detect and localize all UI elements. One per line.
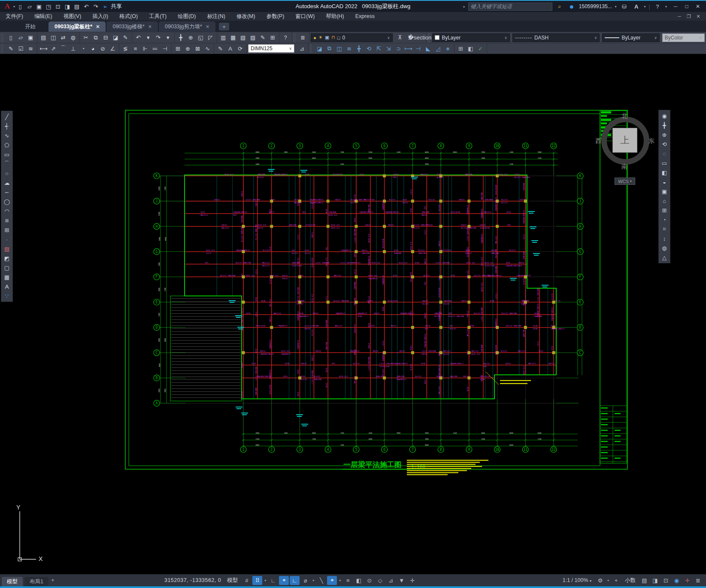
copy-icon[interactable]: ⧉	[91, 33, 101, 42]
dim-linear-icon[interactable]: ⟷	[39, 44, 48, 53]
linetype-combo[interactable]: --------DASH∨	[512, 33, 600, 42]
transparency-icon[interactable]: ◧	[354, 576, 364, 585]
annotation-scale-button[interactable]: 1:1 / 100% ▾	[563, 577, 591, 583]
ortho-icon[interactable]: ∟	[290, 576, 300, 585]
dim-edit-icon[interactable]: ✎	[215, 44, 225, 53]
dim-angular-icon[interactable]: ∠	[108, 44, 118, 53]
cart-icon[interactable]: ⛁	[620, 2, 629, 11]
tab-close-icon[interactable]: ✕	[96, 24, 100, 30]
menu-n[interactable]: 标注(N)	[202, 12, 231, 21]
mtext-icon[interactable]: A	[2, 282, 12, 291]
search-icon[interactable]: ⌕	[555, 2, 564, 11]
layout-tab-布局1[interactable]: 布局1	[24, 577, 48, 586]
doc-close-button[interactable]: ✕	[694, 13, 703, 20]
copy-icon[interactable]: ⧉	[324, 44, 334, 53]
graphics-icon[interactable]: ◉	[672, 576, 682, 585]
menu-w[interactable]: 窗口(W)	[290, 12, 320, 21]
toolpalettes-icon[interactable]: ▧	[238, 33, 248, 42]
dim-arc-icon[interactable]: ⌒	[58, 44, 68, 53]
named-view-icon[interactable]: ▣	[659, 187, 670, 196]
redo-caret-icon[interactable]: ▾	[163, 33, 173, 42]
polar-caret-icon[interactable]: ▾	[311, 576, 315, 585]
menu-icon[interactable]: ≣	[693, 576, 703, 585]
designcenter-icon[interactable]: ▦	[228, 33, 238, 42]
menu-d[interactable]: 绘图(D)	[172, 12, 201, 21]
wcs-dropdown[interactable]: WCS▾	[615, 178, 635, 185]
share-button[interactable]: 共享	[111, 3, 122, 10]
otrack-icon[interactable]: ╲	[316, 576, 326, 585]
xline-icon[interactable]: ┽	[2, 121, 12, 131]
dim-baseline-icon[interactable]: ≡	[130, 44, 140, 53]
dim-quick-icon[interactable]: ≶	[121, 44, 130, 53]
doc-minimize-button[interactable]: ─	[675, 13, 684, 20]
new-file-icon[interactable]: ▯	[15, 2, 25, 11]
open-icon[interactable]: ▱	[16, 33, 26, 42]
region-icon[interactable]: ▢	[2, 263, 12, 272]
mirror-icon[interactable]: ◫	[334, 44, 344, 53]
edit-icon[interactable]: ✎	[121, 33, 130, 42]
print-icon[interactable]: ▤	[72, 2, 82, 11]
chamfer-icon[interactable]: ◣	[423, 44, 433, 53]
web-icon[interactable]: ◍	[68, 33, 78, 42]
dyninput-icon[interactable]: ⌖	[279, 576, 289, 585]
gizmo-icon[interactable]: ✛	[407, 576, 417, 585]
menu-h[interactable]: 帮助(H)	[320, 12, 349, 21]
file-tab-1[interactable]: 09033jg梁板柱*✕	[48, 21, 106, 32]
hatch-icon[interactable]: ▨	[2, 244, 12, 253]
showmotion-icon[interactable]: ◌	[659, 149, 670, 158]
dim-radius-icon[interactable]: ◔	[78, 44, 88, 53]
gradient-icon[interactable]: ◩	[2, 253, 12, 263]
table-icon[interactable]: ▦	[2, 272, 12, 282]
zoom-previous-icon[interactable]: ◸	[206, 33, 215, 42]
units-button[interactable]: 小数	[625, 577, 636, 584]
close-button[interactable]: ✕	[692, 2, 703, 11]
menu-o[interactable]: 格式(O)	[114, 12, 143, 21]
autodesk-a-icon[interactable]: A	[632, 2, 641, 11]
viewcube-south-label[interactable]: 南	[621, 163, 627, 171]
line-icon[interactable]: ╱	[2, 112, 12, 121]
redo-icon[interactable]: ↷	[153, 33, 163, 42]
orbit-icon[interactable]: ⟲	[659, 139, 670, 149]
new-tab-button[interactable]: +	[219, 23, 229, 30]
infer-icon[interactable]: ∟	[268, 576, 278, 585]
zoom-extents-icon[interactable]: ⊕	[659, 130, 670, 139]
dimstyle-combo[interactable]: DIMN125∨	[248, 44, 294, 53]
menu-t[interactable]: 工具(T)	[143, 12, 172, 21]
shade-icon[interactable]: ◒	[659, 177, 670, 187]
undo-icon[interactable]: ↶	[82, 2, 91, 11]
help-icon[interactable]: ?	[653, 2, 662, 11]
matchprop-icon[interactable]: ◪	[111, 33, 121, 42]
open-file-icon[interactable]: ▱	[25, 2, 34, 11]
dim-center-icon[interactable]: ⊕	[183, 44, 193, 53]
workspace-gear-icon[interactable]: ⚙	[595, 576, 605, 585]
ellipse-icon[interactable]: ◯	[2, 197, 12, 206]
osnap3d-icon[interactable]: ◇	[375, 576, 385, 585]
viewcube-north-label[interactable]: 北	[621, 112, 627, 120]
move-icon[interactable]: ╋	[354, 44, 364, 53]
tab-close-icon[interactable]: ✕	[148, 24, 152, 30]
section-icon[interactable]: ⌗	[659, 224, 670, 234]
gear-caret-icon[interactable]: ▾	[606, 576, 610, 585]
color-combo[interactable]: ByLayer∨	[432, 33, 510, 42]
grid-display-icon[interactable]: ⊞	[659, 205, 670, 215]
mobile-icon[interactable]: ◨	[63, 2, 72, 11]
dim-jogged-icon[interactable]: ◕	[88, 44, 98, 53]
preview-icon[interactable]: ◫	[48, 33, 58, 42]
dim-joglinear-icon[interactable]: ∿	[203, 44, 212, 53]
lineweight-icon[interactable]: ≡	[343, 576, 353, 585]
layer-merge-icon[interactable]: ≋	[26, 44, 36, 53]
angle-icon[interactable]: ◔	[659, 215, 670, 224]
zoom-realtime-icon[interactable]: ⊕	[186, 33, 196, 42]
help-caret-icon[interactable]: ▾	[665, 5, 667, 9]
ducs-icon[interactable]: ⊿	[386, 576, 396, 585]
menu-p[interactable]: 参数(P)	[261, 12, 290, 21]
file-tab-3[interactable]: 09033jg剪力墙*✕	[159, 21, 215, 32]
lineweight-combo[interactable]: ByLayer∨	[602, 33, 659, 42]
menu-i[interactable]: 插入(I)	[87, 12, 114, 21]
logo-caret-icon[interactable]: ▾	[13, 5, 15, 9]
doc-restore-button[interactable]: ❐	[685, 13, 693, 20]
menu-express[interactable]: Express	[350, 12, 380, 21]
toolbar-grip[interactable]	[1, 44, 4, 53]
toolbar-grip[interactable]	[1, 33, 4, 42]
markup-icon[interactable]: ✎	[258, 33, 268, 42]
